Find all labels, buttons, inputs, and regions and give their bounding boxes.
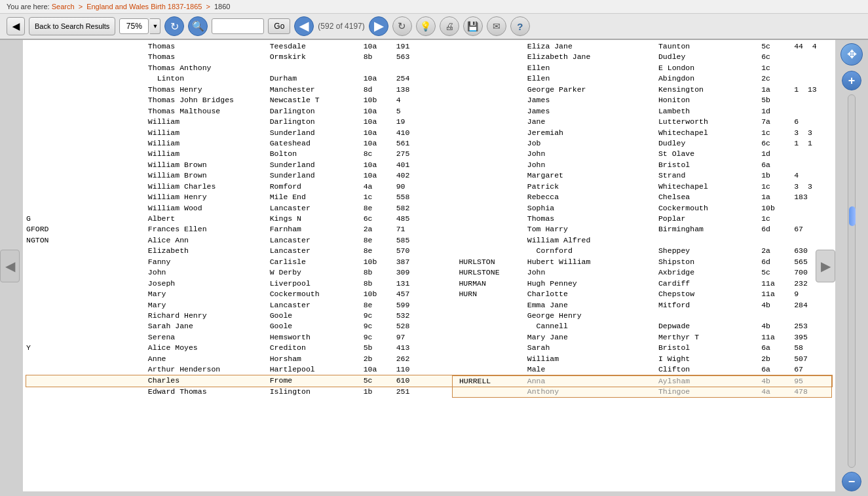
scroll-track[interactable] [848,94,856,468]
table-row: Arthur Henderson Hartlepool 10a 110 Male… [26,364,832,375]
table-row: William Darlington 10a 19 Jane Lutterwor… [26,117,832,127]
table-row: Mary Cockermouth 10b 457 HURN Charlotte … [26,289,832,299]
right-nav-panel: ▶ [816,250,835,282]
breadcrumb: You are here: Search > England and Wales… [0,0,868,14]
scroll-panel: ✥ + − [835,40,868,491]
table-row: William Sunderland 10a 410 Jeremiah Whit… [26,128,832,138]
table-row: Joseph Liverpool 8b 131 HURMAN Hugh Penn… [26,278,832,289]
table-row: William Brown Sunderland 10a 402 Margare… [26,170,832,181]
table-row: William Charles Romford 4a 90 Patrick Wh… [26,181,832,192]
breadcrumb-collection[interactable]: England and Wales Birth 1837-1865 [86,3,202,10]
scroll-nav-icon[interactable]: ✥ [840,43,863,66]
table-row: Elizabeth Lancaster 8e 570 Cornford Shep… [26,246,832,256]
refresh2-button[interactable]: ↻ [392,16,412,36]
back-to-search-label: Back to Search Results [35,22,109,30]
left-nav-panel: ◀ [0,250,20,282]
table-row: Thomas Teesdale 10a 191 Eliza Jane Taunt… [26,41,832,52]
table-row: Thomas John Bridges Newcastle T 10b 4 Ja… [26,95,832,105]
nav-next-button[interactable]: ▶ [369,16,388,36]
table-row: Thomas Ormskirk 8b 563 Elizabeth Jane Du… [26,52,832,62]
table-row: G Albert Kings N 6c 485 Thomas Poplar 1c [26,214,832,224]
table-row: Anne Horsham 2b 262 William I Wight 2b 5… [26,354,832,364]
refresh-button[interactable]: ↻ [164,16,184,36]
zoom-plus-button[interactable]: + [842,71,861,90]
table-row: Thomas Malthouse Darlington 10a 5 James … [26,106,832,117]
table-row: Mary Lancaster 8e 599 Emma Jane Mitford … [26,300,832,311]
document-table: Thomas Teesdale 10a 191 Eliza Jane Taunt… [26,41,832,398]
right-page-arrow[interactable]: ▶ [816,250,835,282]
table-row: Fanny Carlisle 10b 387 HURLSTON Hubert W… [26,257,832,267]
table-row: William Wood Lancaster 8e 582 Sophia Coc… [26,203,832,214]
left-page-arrow[interactable]: ◀ [0,250,20,282]
table-row: William Henry Mile End 1c 558 Rebecca Ch… [26,192,832,202]
table-row: Thomas Henry Manchester 8d 138 George Pa… [26,85,832,95]
content-area: ◀ ✥ + − ▶ [0,40,868,491]
back-prev-button[interactable]: ◀ [7,17,25,35]
table-row: John W Derby 8b 309 HURLSTONE John Axbri… [26,267,832,278]
table-row: Serena Hemsworth 9c 97 Mary Jane Merthyr… [26,332,832,343]
zoom-container: ▼ [119,18,160,34]
help-button[interactable]: ? [510,16,530,36]
table-row: Thomas Anthony Ellen E London 1c [26,63,832,73]
table-row: Sarah Jane Goole 9c 528 Cannell Depwade … [26,321,832,332]
table-row: William Bolton 8c 275 John St Olave 1d [26,149,832,159]
scroll-thumb [849,206,856,226]
table-row-highlighted-2: Edward Thomas Islington 1b 251 Anthony T… [26,387,832,398]
main-container: You are here: Search > England and Wales… [0,0,868,496]
lightbulb-button[interactable]: 💡 [416,16,436,36]
nav-prev-button[interactable]: ◀ [294,16,314,36]
table-row: William Brown Sunderland 10a 401 John Br… [26,160,832,170]
table-row: GFORD Frances Ellen Farnham 2a 71 Tom Ha… [26,224,832,235]
table-row: Richard Henry Goole 9c 532 George Henry [26,311,832,321]
zoom-input[interactable] [119,18,149,34]
go-button[interactable]: Go [268,18,290,34]
search-input[interactable] [212,18,264,34]
page-info: (592 of 4197) [318,22,364,31]
print-button[interactable]: 🖨 [440,16,459,36]
zoom-dropdown-button[interactable]: ▼ [150,18,160,34]
save-button[interactable]: 💾 [463,16,483,36]
go-label: Go [274,22,284,31]
zoom-minus-icon: − [848,475,856,489]
back-to-search-button[interactable]: Back to Search Results [29,17,115,35]
breadcrumb-label: You are here: [7,3,50,10]
table-row: Linton Durham 10a 254 Ellen Abingdon 2c [26,73,832,84]
breadcrumb-sep-2: > [206,3,212,10]
table-row: William Gateshead 10a 561 Job Dudley 6c … [26,138,832,149]
table-row-highlighted: Charles Frome 5c 610 HURRELL Anna Aylsha… [26,375,832,387]
zoom-in-button[interactable]: 🔍 [188,16,208,36]
breadcrumb-sep-1: > [79,3,85,10]
zoom-plus-icon: + [848,74,856,88]
table-row: NGTON Alice Ann Lancaster 8e 585 William… [26,235,832,246]
table-row: Y Alice Moyes Crediton 5b 413 Sarah Bris… [26,343,832,353]
email-button[interactable]: ✉ [487,16,506,36]
zoom-minus-button[interactable]: − [842,472,861,491]
breadcrumb-year: 1860 [214,3,230,10]
document-area: Thomas Teesdale 10a 191 Eliza Jane Taunt… [23,40,835,491]
toolbar: ◀ Back to Search Results ▼ ↻ 🔍 Go ◀ (592… [0,14,868,40]
breadcrumb-search[interactable]: Search [52,3,75,10]
